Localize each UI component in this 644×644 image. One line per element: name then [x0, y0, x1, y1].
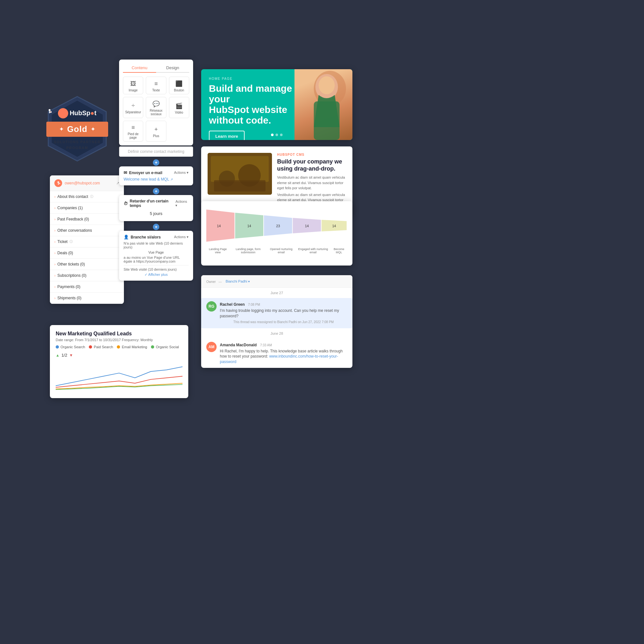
workflow-connector-1: + — [119, 159, 193, 166]
connector-dot: + — [153, 224, 159, 230]
hero-dot-1[interactable] — [271, 134, 274, 136]
crm-email: owen@hubspot.com — [65, 181, 116, 185]
crm-deals[interactable]: › Deals (0) — [50, 247, 124, 259]
amanda-time: 7:33 AM — [260, 343, 272, 347]
crm-about[interactable]: › About this contact ⓘ — [50, 191, 124, 202]
hubspot-logo-circle — [58, 108, 68, 118]
legend-email-marketing: Email Marketing — [117, 345, 147, 349]
crm-feedback-label: Past Feedback (0) — [57, 217, 89, 221]
svg-rect-3 — [49, 111, 50, 113]
connector-dot: + — [153, 159, 159, 166]
tab-design[interactable]: Design — [156, 63, 189, 72]
cms-item-reseaux-label: Réseaux sociaux — [147, 109, 164, 116]
cms-item-separateur[interactable]: ÷ Séparateur — [123, 97, 143, 118]
tab-contenu[interactable]: Contenu — [123, 63, 156, 73]
branch-show-more[interactable]: ✓ Afficher plus — [124, 273, 189, 277]
cms-feature-para1: Vestibulum ac diam sit amet quam vehicul… — [277, 175, 346, 191]
email-step-actions[interactable]: Actions ▾ — [174, 171, 189, 175]
hero-title-line1: Build and manage your — [209, 83, 292, 104]
workflow-step-delay: ⏱ Retarder d'un certain temps Actions ▾ … — [119, 195, 193, 221]
paid-search-dot — [89, 345, 92, 349]
plus-icon: + — [154, 126, 158, 133]
cms-item-texte[interactable]: ≡ Texte — [146, 77, 166, 94]
svg-rect-18 — [214, 180, 266, 191]
hubspot-logo: HubSp●t — [58, 108, 96, 118]
cms-item-plus-label: Plus — [153, 134, 159, 138]
crm-payments[interactable]: › Payments (0) — [50, 281, 124, 293]
cms-item-pied[interactable]: ≡ Pied de page — [123, 121, 143, 142]
workflow-connector-3: + — [119, 224, 193, 230]
cms-item-bouton[interactable]: ⬛ Bouton — [169, 77, 189, 94]
star-right-icon: ✦ — [91, 126, 95, 132]
branch-step-icon: 👤 — [124, 235, 129, 239]
cms-panel-tabs: Contenu Design — [123, 63, 189, 73]
counter-down-icon: ▼ — [69, 353, 73, 358]
cms-item-video[interactable]: 🎬 Vidéo — [169, 97, 189, 118]
counter-value: 1/2 — [61, 353, 67, 358]
solutions-text-line2: PROGRAM — [66, 146, 88, 150]
amanda-name: Amanda MacDonald — [220, 343, 257, 347]
crm-ticket-label: Ticket — [57, 239, 68, 244]
connector-dot: + — [153, 188, 159, 194]
crm-companies[interactable]: › Companies (1) — [50, 202, 124, 214]
crm-subscriptions[interactable]: › Subscriptions (0) — [50, 270, 124, 281]
counter-up-icon: ▲ — [56, 353, 60, 358]
hero-title-line2: HubSpot website without code. — [209, 104, 287, 126]
svg-text:14: 14 — [217, 224, 221, 228]
chevron-icon: › — [54, 206, 55, 210]
hubspot-logo-text: HubSp●t — [70, 109, 96, 117]
hero-dot-2[interactable] — [275, 134, 278, 136]
chevron-icon: › — [54, 251, 55, 255]
cms-item-reseaux[interactable]: 💬 Réseaux sociaux — [146, 97, 166, 118]
legend-paid-search: Paid Search — [89, 345, 113, 349]
crm-shipments[interactable]: › Shipments (0) — [50, 293, 124, 304]
email-step-link[interactable]: Welcome new lead & MQL — [124, 177, 169, 182]
funnel-label-5: Become MQL — [331, 247, 347, 254]
cms-item-image[interactable]: 🖼 Image — [123, 77, 143, 94]
cms-item-bouton-label: Bouton — [174, 89, 184, 92]
hero-image — [294, 69, 352, 140]
mql-report: New Marketing Qualified Leads Date range… — [50, 325, 188, 398]
hero-title: Build and manage your HubSpot website wi… — [209, 83, 296, 126]
branch-step-actions[interactable]: Actions ▾ — [174, 235, 189, 239]
crm-header: owen@hubspot.com ↗ — [50, 175, 124, 191]
workflow-trigger-input: Définir comme contact marketing — [119, 146, 193, 157]
workflow-step-branch: 👤 Branche si/alors Actions ▾ N'a pas vis… — [119, 231, 193, 281]
dropdown-icon: ▾ — [248, 280, 250, 283]
mql-report-subtitle: Date range: From 7/1/2017 to 10/31/2017 … — [56, 338, 182, 342]
email-marketing-dot — [117, 345, 120, 349]
rachel-text: I'm having trouble logging into my accou… — [220, 308, 347, 319]
crm-conversations[interactable]: › Other conversations — [50, 225, 124, 236]
chevron-icon: › — [54, 229, 55, 232]
checkmark-icon: ✓ — [145, 273, 147, 276]
hero-dot-3[interactable] — [280, 134, 283, 136]
crm-other-tickets[interactable]: › Other tickets (0) — [50, 259, 124, 270]
cms-item-video-label: Vidéo — [175, 111, 183, 114]
ticket-owner-label: Owner — [206, 280, 216, 284]
gold-label: Gold — [67, 124, 87, 134]
mql-chart — [56, 360, 182, 392]
info-icon: ⓘ — [90, 194, 93, 199]
reset-password-link[interactable]: www.inboundinc.com/how-to-reset-your-pas… — [220, 354, 338, 364]
cms-item-plus[interactable]: + Plus — [146, 121, 166, 142]
hero-learn-more-button[interactable]: Learn more — [209, 131, 245, 140]
footer-icon: ≡ — [131, 124, 135, 131]
funnel-chart: 14 14 23 14 14 Landing Page view Landing… — [201, 201, 352, 266]
email-step-title: Envoyer un e-mail — [129, 171, 162, 175]
branch-alt-condition: Site Web visité (10 derniers jours) — [124, 267, 189, 271]
ticket-date-separator-1: June 27 — [201, 288, 352, 298]
svg-point-6 — [58, 182, 59, 183]
cms-feature-tag: HUBSPOT CMS — [277, 153, 346, 156]
ticket-owner-name[interactable]: Bianchi Padhi ▾ — [226, 279, 250, 283]
workflow-connector-2: + — [119, 188, 193, 194]
crm-shipments-label: Shipments (0) — [57, 296, 81, 300]
organic-search-dot — [56, 345, 59, 349]
chat-message-rachel: RG Rachel Green 7:08 PM I'm having troub… — [201, 298, 352, 328]
delay-step-actions[interactable]: Actions ▾ — [175, 200, 189, 208]
cms-item-pied-label: Pied de page — [125, 132, 142, 139]
crm-ticket[interactable]: › Ticket ⓘ — [50, 236, 124, 247]
amanda-text: Hi Rachel, I'm happy to help. This knowl… — [220, 349, 347, 365]
delay-step-days: 5 jours — [124, 210, 189, 217]
crm-feedback[interactable]: › Past Feedback (0) — [50, 214, 124, 225]
chevron-icon: › — [54, 263, 55, 266]
